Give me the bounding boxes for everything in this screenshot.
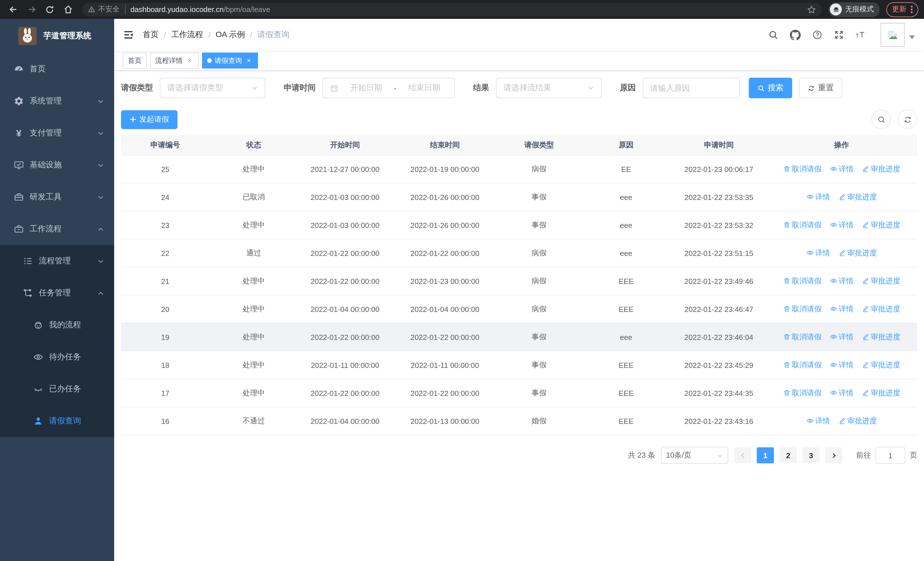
browser-back-button[interactable] bbox=[6, 2, 21, 17]
progress-link[interactable]: 审批进度 bbox=[861, 388, 900, 398]
page-button-1[interactable]: 1 bbox=[757, 447, 774, 463]
browser-forward-button[interactable] bbox=[24, 2, 39, 17]
security-chip[interactable]: 不安全 bbox=[88, 5, 125, 14]
cancel-leave-link[interactable]: 取消请假 bbox=[783, 388, 822, 398]
sidebar-item-payment[interactable]: ¥ 支付管理 bbox=[0, 117, 114, 149]
cell-type: 病假 bbox=[498, 239, 580, 267]
close-icon[interactable]: × bbox=[245, 57, 253, 65]
reason-input[interactable] bbox=[643, 78, 739, 98]
detail-link[interactable]: 详情 bbox=[806, 192, 830, 202]
progress-link[interactable]: 审批进度 bbox=[861, 360, 900, 370]
github-link[interactable] bbox=[790, 29, 801, 40]
next-page-button[interactable] bbox=[825, 447, 842, 463]
detail-link[interactable]: 详情 bbox=[806, 248, 830, 258]
sidebar: 芋道管理系统 首页 系统管理 ¥ 支付管理 bbox=[0, 19, 114, 561]
browser-menu-icon[interactable] bbox=[911, 6, 913, 13]
chevron-down-icon bbox=[717, 452, 723, 459]
cell-reason: EEE bbox=[580, 407, 672, 435]
cell-id: 20 bbox=[121, 295, 210, 323]
font-size-button[interactable]: TT bbox=[855, 30, 867, 40]
cell-status: 已取消 bbox=[210, 183, 298, 211]
close-icon[interactable]: × bbox=[186, 57, 194, 65]
breadcrumb-separator: / bbox=[164, 30, 166, 39]
column-header: 操作 bbox=[766, 135, 917, 155]
table-row: 16不通过2022-01-04 00:00:002022-01-13 00:00… bbox=[121, 407, 917, 435]
header-search-button[interactable] bbox=[768, 30, 778, 40]
tag-home[interactable]: 首页 bbox=[123, 53, 147, 69]
result-select[interactable]: 请选择流结果 bbox=[496, 78, 602, 98]
detail-link[interactable]: 详情 bbox=[830, 220, 854, 230]
sidebar-collapse-button[interactable] bbox=[114, 19, 142, 51]
browser-home-button[interactable] bbox=[60, 2, 75, 17]
sidebar-item-leave-query[interactable]: 请假查询 bbox=[0, 405, 114, 437]
create-leave-button[interactable]: 发起请假 bbox=[121, 110, 177, 129]
sidebar-item-infrastructure[interactable]: 基础设施 bbox=[0, 149, 114, 181]
sidebar-item-task-mgmt[interactable]: 任务管理 bbox=[0, 277, 114, 309]
progress-link[interactable]: 审批进度 bbox=[861, 220, 900, 230]
cell-id: 23 bbox=[121, 211, 210, 239]
detail-link[interactable]: 详情 bbox=[830, 304, 854, 314]
github-icon bbox=[790, 29, 801, 40]
cancel-leave-link[interactable]: 取消请假 bbox=[783, 220, 822, 230]
progress-link[interactable]: 审批进度 bbox=[861, 276, 900, 286]
leave-type-select[interactable]: 请选择请假类型 bbox=[160, 78, 266, 98]
cancel-leave-link[interactable]: 取消请假 bbox=[783, 332, 822, 342]
cancel-leave-link[interactable]: 取消请假 bbox=[783, 304, 822, 314]
search-button[interactable]: 搜索 bbox=[749, 78, 792, 98]
progress-link[interactable]: 审批进度 bbox=[838, 192, 877, 202]
page-button-3[interactable]: 3 bbox=[802, 447, 819, 463]
progress-link[interactable]: 审批进度 bbox=[838, 248, 877, 258]
cell-start: 2022-01-11 00:00:00 bbox=[298, 351, 392, 379]
prev-page-button[interactable] bbox=[734, 447, 751, 463]
cell-applied: 2022-01-22 23:53:32 bbox=[672, 211, 766, 239]
sidebar-item-my-process[interactable]: 我的流程 bbox=[0, 309, 114, 341]
detail-link[interactable]: 详情 bbox=[806, 416, 830, 426]
sidebar-item-process-mgmt[interactable]: 流程管理 bbox=[0, 245, 114, 277]
fullscreen-button[interactable] bbox=[834, 30, 844, 40]
cancel-leave-link[interactable]: 取消请假 bbox=[783, 276, 822, 286]
chevron-down-icon bbox=[587, 84, 594, 92]
browser-reload-button[interactable] bbox=[42, 2, 57, 17]
app-logo-row[interactable]: 芋道管理系统 bbox=[0, 19, 114, 53]
progress-link[interactable]: 审批进度 bbox=[861, 164, 900, 174]
detail-link[interactable]: 详情 bbox=[830, 388, 854, 398]
table-search-toggle-button[interactable] bbox=[872, 110, 891, 129]
page-button-2[interactable]: 2 bbox=[780, 447, 797, 463]
sidebar-item-done-tasks[interactable]: 已办任务 bbox=[0, 373, 114, 405]
sidebar-item-system[interactable]: 系统管理 bbox=[0, 85, 114, 117]
cancel-leave-link[interactable]: 取消请假 bbox=[783, 164, 822, 174]
browser-update-button[interactable]: 更新 bbox=[886, 2, 918, 17]
sidebar-item-home[interactable]: 首页 bbox=[0, 53, 114, 85]
page-size-select[interactable]: 10条/页 bbox=[661, 447, 728, 464]
reset-button[interactable]: 重置 bbox=[799, 78, 842, 98]
cell-status: 处理中 bbox=[210, 295, 298, 323]
user-menu[interactable] bbox=[880, 23, 915, 47]
edit-icon bbox=[861, 221, 869, 229]
detail-link[interactable]: 详情 bbox=[830, 164, 854, 174]
sidebar-item-todo-tasks[interactable]: 待办任务 bbox=[0, 341, 114, 373]
cell-type: 病假 bbox=[498, 267, 580, 295]
column-header: 申请编号 bbox=[121, 135, 210, 155]
detail-link[interactable]: 详情 bbox=[830, 332, 854, 342]
sidebar-item-workflow[interactable]: 工作流程 bbox=[0, 213, 114, 245]
sidebar-item-devtools[interactable]: 研发工具 bbox=[0, 181, 114, 213]
progress-link[interactable]: 审批进度 bbox=[838, 416, 877, 426]
breadcrumb-item[interactable]: 首页 bbox=[142, 30, 159, 40]
breadcrumb-item[interactable]: 工作流程 bbox=[171, 30, 203, 40]
breadcrumb-item[interactable]: OA 示例 bbox=[216, 30, 245, 40]
table-refresh-button[interactable] bbox=[898, 110, 917, 129]
help-button[interactable] bbox=[812, 30, 822, 40]
tag-leave-query[interactable]: 请假查询 × bbox=[202, 53, 258, 69]
progress-link[interactable]: 审批进度 bbox=[861, 332, 900, 342]
goto-page-input[interactable] bbox=[876, 447, 905, 464]
tag-process-detail[interactable]: 流程详情 × bbox=[150, 53, 199, 69]
date-range-picker[interactable]: 开始日期 - 结束日期 bbox=[322, 78, 455, 98]
breadcrumb-separator: / bbox=[208, 30, 211, 39]
bookmark-star-button[interactable] bbox=[807, 5, 816, 14]
trash-icon bbox=[783, 221, 790, 229]
address-bar[interactable]: 不安全 dashboard.yudao.iocoder.cn/bpm/oa/le… bbox=[82, 3, 822, 16]
detail-link[interactable]: 详情 bbox=[830, 276, 854, 286]
detail-link[interactable]: 详情 bbox=[830, 360, 854, 370]
progress-link[interactable]: 审批进度 bbox=[861, 304, 900, 314]
cancel-leave-link[interactable]: 取消请假 bbox=[783, 360, 822, 370]
